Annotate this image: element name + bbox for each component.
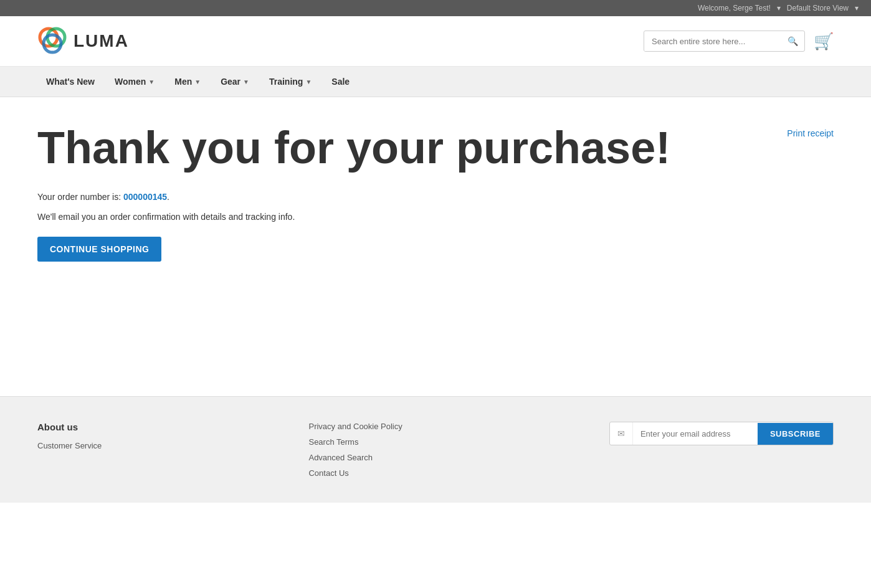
newsletter-form: ✉ Subscribe bbox=[609, 422, 834, 445]
nav-item-men[interactable]: Men ▼ bbox=[166, 67, 209, 97]
footer-link-search-terms[interactable]: Search Terms bbox=[308, 437, 402, 447]
footer: About us Customer Service Privacy and Co… bbox=[0, 396, 871, 503]
logo-icon bbox=[37, 26, 67, 56]
nav-item-whats-new[interactable]: What's New bbox=[37, 67, 103, 97]
nav-item-women[interactable]: Women ▼ bbox=[106, 67, 163, 97]
logo[interactable]: LUMA bbox=[37, 26, 129, 56]
footer-col-links: Privacy and Cookie Policy Search Terms A… bbox=[308, 422, 402, 478]
continue-shopping-button[interactable]: Continue Shopping bbox=[37, 237, 161, 262]
order-prefix: Your order number is: bbox=[37, 192, 123, 202]
header-right: 🔍 🛒 bbox=[644, 31, 834, 52]
chevron-down-icon: ▼ bbox=[243, 78, 249, 85]
main-content: Thank you for your purchase! Print recei… bbox=[0, 97, 871, 396]
footer-link-privacy[interactable]: Privacy and Cookie Policy bbox=[308, 422, 402, 431]
order-info: Your order number is: 000000145. bbox=[37, 192, 834, 202]
order-number-link[interactable]: 000000145 bbox=[123, 192, 167, 202]
footer-newsletter: ✉ Subscribe bbox=[609, 422, 834, 445]
page-title: Thank you for your purchase! bbox=[37, 122, 670, 173]
footer-link-advanced-search[interactable]: Advanced Search bbox=[308, 453, 402, 462]
logo-text: LUMA bbox=[74, 31, 129, 51]
order-confirmation-text: We'll email you an order confirmation wi… bbox=[37, 212, 834, 222]
nav-item-gear[interactable]: Gear ▼ bbox=[212, 67, 258, 97]
nav-label: What's New bbox=[46, 77, 95, 87]
subscribe-button[interactable]: Subscribe bbox=[758, 423, 833, 445]
mail-icon: ✉ bbox=[610, 422, 633, 445]
footer-col-about: About us Customer Service bbox=[37, 422, 102, 450]
main-nav: What's New Women ▼ Men ▼ Gear ▼ Training… bbox=[0, 67, 871, 97]
cart-button[interactable]: 🛒 bbox=[814, 32, 834, 51]
chevron-down-icon: ▼ bbox=[194, 78, 201, 85]
top-bar: Welcome, Serge Test! ▾ Default Store Vie… bbox=[0, 0, 871, 16]
nav-label: Training bbox=[269, 77, 303, 87]
print-receipt-link[interactable]: Print receipt bbox=[787, 128, 834, 138]
nav-label: Women bbox=[115, 77, 146, 87]
header: LUMA 🔍 🛒 bbox=[0, 16, 871, 67]
nav-item-sale[interactable]: Sale bbox=[323, 67, 358, 97]
store-view-text: Default Store View bbox=[787, 4, 849, 12]
store-view-arrow[interactable]: ▾ bbox=[855, 4, 859, 12]
page-title-row: Thank you for your purchase! Print recei… bbox=[37, 122, 834, 173]
welcome-arrow[interactable]: ▾ bbox=[777, 4, 781, 12]
newsletter-email-input[interactable] bbox=[633, 423, 758, 445]
search-input[interactable] bbox=[644, 32, 781, 51]
welcome-text: Welcome, Serge Test! bbox=[698, 4, 771, 12]
footer-about-title: About us bbox=[37, 422, 102, 432]
cart-icon: 🛒 bbox=[814, 32, 834, 50]
nav-label: Gear bbox=[221, 77, 240, 87]
footer-link-contact-us[interactable]: Contact Us bbox=[308, 468, 402, 478]
search-button[interactable]: 🔍 bbox=[781, 31, 804, 51]
footer-link-customer-service[interactable]: Customer Service bbox=[37, 441, 102, 450]
order-suffix: . bbox=[167, 192, 169, 202]
chevron-down-icon: ▼ bbox=[305, 78, 312, 85]
search-box: 🔍 bbox=[644, 31, 805, 52]
chevron-down-icon: ▼ bbox=[148, 78, 155, 85]
nav-label: Sale bbox=[331, 77, 350, 87]
search-icon: 🔍 bbox=[788, 36, 798, 46]
nav-label: Men bbox=[174, 77, 192, 87]
nav-item-training[interactable]: Training ▼ bbox=[260, 67, 320, 97]
